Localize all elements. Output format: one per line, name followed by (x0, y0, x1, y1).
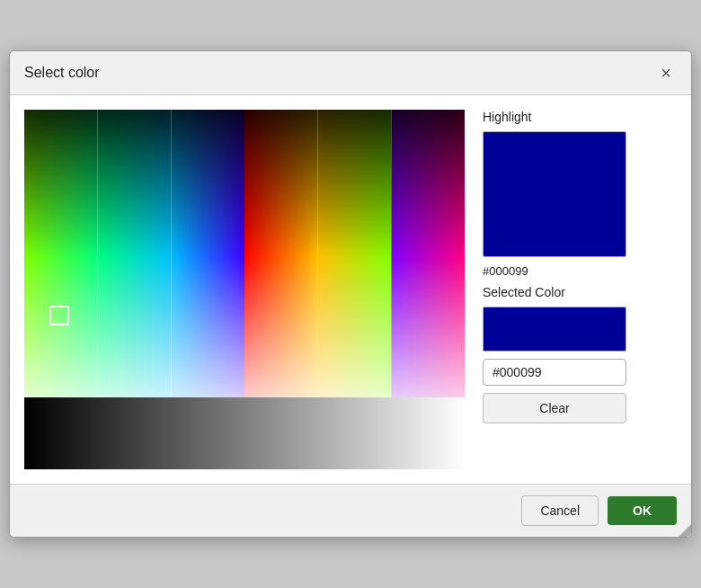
close-button[interactable]: × (655, 62, 677, 84)
dialog-footer-wrapper: Cancel OK (10, 485, 691, 537)
ok-button[interactable]: OK (608, 496, 677, 525)
selected-color-label: Selected Color (483, 285, 626, 299)
color-canvas[interactable] (24, 110, 465, 469)
selected-color-swatch (483, 307, 626, 352)
highlight-label: Highlight (483, 110, 626, 124)
dialog-body: Highlight #000099 Selected Color Clear (10, 95, 691, 485)
resize-handle[interactable] (679, 524, 691, 537)
color-picker-area[interactable] (24, 110, 465, 469)
dialog-footer: Cancel OK (10, 485, 691, 537)
cancel-button[interactable]: Cancel (521, 495, 599, 526)
hex-display: #000099 (483, 264, 626, 278)
dialog-title: Select color (24, 65, 100, 81)
hex-input[interactable] (483, 359, 626, 386)
dialog-header: Select color × (10, 51, 691, 95)
clear-button[interactable]: Clear (483, 393, 626, 423)
color-info-panel: Highlight #000099 Selected Color Clear (483, 110, 626, 469)
highlight-swatch (483, 131, 626, 257)
select-color-dialog: Select color × Highlight #000099 Selecte… (9, 50, 692, 538)
